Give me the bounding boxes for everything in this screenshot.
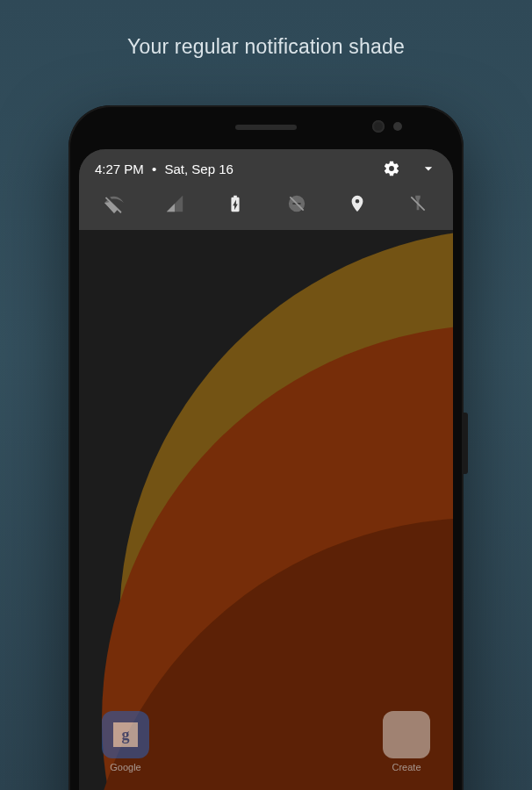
status-date: Sat, Sep 16 bbox=[164, 162, 233, 176]
wifi-off-icon[interactable] bbox=[104, 193, 125, 214]
promo-caption: Your regular notification shade bbox=[0, 0, 532, 59]
status-time-date: 4:27 PM • Sat, Sep 16 bbox=[95, 162, 234, 176]
phone-screen: 4:27 PM • Sat, Sep 16 bbox=[79, 149, 453, 790]
location-icon[interactable] bbox=[347, 193, 368, 214]
quick-settings-row bbox=[95, 177, 437, 218]
app-label: Create bbox=[392, 762, 421, 772]
create-icon bbox=[383, 711, 430, 758]
settings-icon[interactable] bbox=[383, 160, 400, 177]
google-icon: g bbox=[102, 711, 149, 758]
app-google[interactable]: g Google bbox=[102, 711, 149, 772]
dnd-off-icon[interactable] bbox=[286, 193, 307, 214]
cellular-signal-icon[interactable] bbox=[164, 193, 185, 214]
app-create[interactable]: Create bbox=[383, 711, 430, 772]
phone-mockup: 4:27 PM • Sat, Sep 16 bbox=[68, 105, 464, 790]
expand-icon[interactable] bbox=[420, 160, 437, 177]
battery-charging-icon[interactable] bbox=[225, 193, 246, 214]
proximity-sensor bbox=[393, 122, 402, 131]
flashlight-off-icon[interactable] bbox=[407, 193, 428, 214]
separator: • bbox=[152, 162, 156, 176]
app-label: Google bbox=[110, 762, 140, 772]
front-camera bbox=[372, 120, 385, 133]
home-row: g Google Create bbox=[79, 711, 453, 772]
notification-shade[interactable]: 4:27 PM • Sat, Sep 16 bbox=[79, 149, 453, 230]
dim-overlay bbox=[79, 149, 453, 790]
earpiece bbox=[235, 125, 297, 130]
status-time: 4:27 PM bbox=[95, 162, 144, 176]
